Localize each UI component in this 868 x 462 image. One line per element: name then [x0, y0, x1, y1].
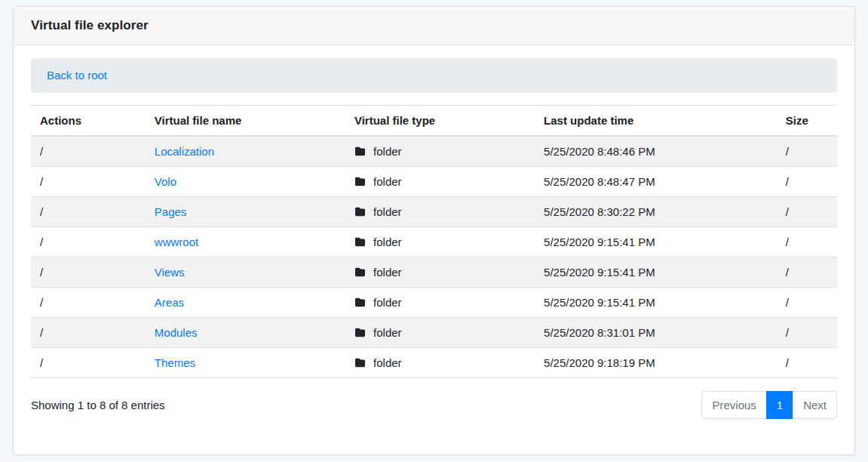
row-actions-cell: / — [31, 348, 146, 378]
table-row: / Areas folder 5/25/2020 9:15:41 PM / — [31, 288, 837, 318]
card-header: Virtual file explorer — [14, 7, 854, 45]
row-actions-cell: / — [31, 318, 146, 348]
row-actions-cell: / — [31, 136, 146, 167]
folder-icon — [354, 237, 366, 247]
row-size-cell: / — [777, 257, 837, 288]
pagination: Previous 1 Next — [701, 391, 837, 419]
row-name-cell: Areas — [146, 288, 345, 318]
file-name-link[interactable]: Localization — [155, 145, 214, 158]
file-name-link[interactable]: Areas — [155, 296, 184, 309]
file-type-label: folder — [373, 356, 402, 369]
column-header-actions: Actions — [31, 106, 146, 137]
pagination-page-1-item: 1 — [767, 391, 793, 419]
folder-icon — [354, 207, 366, 217]
column-header-type: Virtual file type — [345, 106, 535, 137]
table-row: / wwwroot folder 5/25/2020 9:15:41 PM / — [31, 227, 837, 257]
row-name-cell: Views — [146, 257, 345, 288]
pagination-next-item: Next — [793, 391, 837, 419]
folder-icon — [354, 146, 366, 156]
row-size-cell: / — [777, 288, 837, 318]
pagination-next-button[interactable]: Next — [793, 391, 837, 419]
row-type-cell: folder — [345, 136, 535, 167]
folder-icon — [354, 267, 366, 277]
row-type-cell: folder — [345, 348, 535, 378]
file-type-label: folder — [373, 236, 402, 248]
row-updated-cell: 5/25/2020 9:15:41 PM — [535, 257, 777, 288]
row-updated-cell: 5/25/2020 9:15:41 PM — [535, 227, 777, 257]
row-updated-cell: 5/25/2020 8:30:22 PM — [535, 197, 777, 227]
entries-info: Showing 1 to 8 of 8 entries — [31, 399, 165, 411]
row-name-cell: Modules — [146, 318, 345, 348]
row-updated-cell: 5/25/2020 8:48:47 PM — [535, 167, 777, 197]
file-type-label: folder — [373, 175, 402, 188]
row-size-cell: / — [777, 197, 837, 227]
row-size-cell: / — [777, 318, 837, 348]
row-name-cell: wwwroot — [146, 227, 345, 257]
file-type-label: folder — [373, 296, 402, 309]
pagination-page-1-button[interactable]: 1 — [766, 391, 793, 419]
file-table: Actions Virtual file name Virtual file t… — [31, 105, 837, 378]
column-header-updated: Last update time — [535, 106, 777, 137]
card-body: Back to root Actions Virtual file name V… — [14, 45, 854, 436]
row-size-cell: / — [777, 167, 837, 197]
row-type-cell: folder — [345, 167, 535, 197]
virtual-file-explorer-card: Virtual file explorer Back to root Actio… — [13, 6, 855, 455]
page-background: Virtual file explorer Back to root Actio… — [0, 0, 868, 462]
row-type-cell: folder — [345, 288, 535, 318]
table-row: / Volo folder 5/25/2020 8:48:47 PM / — [31, 167, 837, 197]
folder-icon — [354, 177, 366, 186]
row-size-cell: / — [777, 227, 837, 257]
table-row: / Modules folder 5/25/2020 8:31:01 PM / — [31, 318, 837, 348]
folder-icon — [354, 297, 366, 307]
file-type-label: folder — [373, 145, 402, 158]
folder-icon — [354, 328, 366, 337]
file-name-link[interactable]: Modules — [155, 326, 198, 339]
file-table-head: Actions Virtual file name Virtual file t… — [31, 106, 837, 137]
page-title: Virtual file explorer — [31, 18, 837, 33]
column-header-size: Size — [777, 106, 837, 137]
row-updated-cell: 5/25/2020 8:48:46 PM — [535, 136, 777, 167]
row-type-cell: folder — [345, 197, 535, 227]
row-actions-cell: / — [31, 257, 146, 288]
pagination-previous-button[interactable]: Previous — [701, 391, 766, 419]
table-row: / Views folder 5/25/2020 9:15:41 PM / — [31, 257, 837, 288]
table-row: / Themes folder 5/25/2020 9:18:19 PM / — [31, 348, 837, 378]
back-to-root-link[interactable]: Back to root — [47, 69, 107, 82]
row-actions-cell: / — [31, 288, 146, 318]
file-type-label: folder — [373, 266, 402, 279]
file-name-link[interactable]: Themes — [155, 356, 195, 369]
file-type-label: folder — [373, 205, 402, 218]
pagination-previous-item: Previous — [701, 391, 766, 419]
row-name-cell: Volo — [146, 167, 345, 197]
column-header-name: Virtual file name — [146, 106, 345, 137]
folder-icon — [354, 358, 366, 368]
table-row: / Pages folder 5/25/2020 8:30:22 PM / — [31, 197, 837, 227]
row-actions-cell: / — [31, 197, 146, 227]
file-table-body: / Localization folder 5/25/2020 8:48:46 … — [31, 136, 837, 378]
table-row: / Localization folder 5/25/2020 8:48:46 … — [31, 136, 837, 167]
file-name-link[interactable]: Pages — [155, 205, 187, 218]
file-name-link[interactable]: wwwroot — [155, 236, 198, 248]
file-name-link[interactable]: Volo — [155, 175, 176, 188]
row-updated-cell: 5/25/2020 9:18:19 PM — [535, 348, 777, 378]
row-size-cell: / — [777, 136, 837, 167]
row-type-cell: folder — [345, 257, 535, 288]
table-footer: Showing 1 to 8 of 8 entries Previous 1 N… — [31, 391, 837, 419]
row-type-cell: folder — [345, 227, 535, 257]
row-actions-cell: / — [31, 167, 146, 197]
back-to-root-bar: Back to root — [31, 58, 837, 93]
row-type-cell: folder — [345, 318, 535, 348]
file-name-link[interactable]: Views — [155, 266, 185, 279]
row-updated-cell: 5/25/2020 8:31:01 PM — [535, 318, 777, 348]
row-name-cell: Themes — [146, 348, 345, 378]
row-size-cell: / — [777, 348, 837, 378]
row-name-cell: Localization — [146, 136, 345, 167]
row-actions-cell: / — [31, 227, 146, 257]
table-header-row: Actions Virtual file name Virtual file t… — [31, 106, 837, 137]
row-updated-cell: 5/25/2020 9:15:41 PM — [535, 288, 777, 318]
file-type-label: folder — [373, 326, 402, 339]
row-name-cell: Pages — [146, 197, 345, 227]
